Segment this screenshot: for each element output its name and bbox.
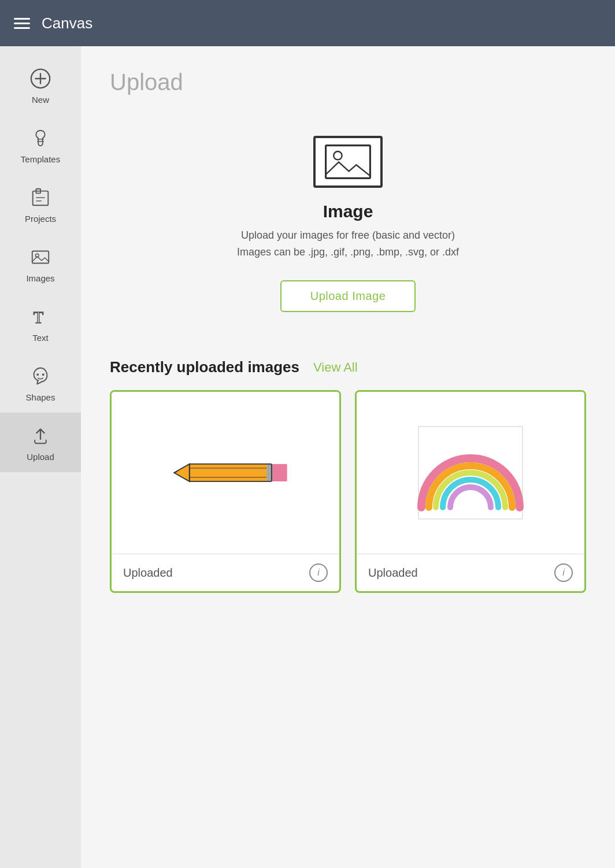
app-title: Canvas — [42, 14, 92, 32]
layout: New Templates P — [0, 46, 615, 868]
image-card-pencil: Uploaded i — [110, 390, 341, 593]
svg-point-13 — [42, 373, 45, 376]
svg-text:T: T — [34, 309, 43, 327]
main-content: Upload Image Upload your images for free… — [81, 46, 615, 868]
svg-point-12 — [36, 373, 39, 376]
card-image-rainbow — [357, 392, 584, 554]
projects-icon — [28, 185, 53, 210]
sidebar-item-new[interactable]: New — [0, 55, 81, 115]
menu-icon[interactable] — [14, 18, 30, 29]
images-icon — [28, 244, 53, 270]
sidebar-item-templates-label: Templates — [21, 154, 60, 164]
upload-icon — [28, 423, 53, 448]
upload-image-button[interactable]: Upload Image — [280, 280, 416, 312]
image-cards-grid: Uploaded i — [110, 390, 586, 593]
sidebar-item-upload[interactable]: Upload — [0, 413, 81, 472]
recently-uploaded-section: Recently uploaded images View All — [110, 358, 586, 593]
sidebar-item-text[interactable]: T Text — [0, 294, 81, 353]
card-footer-pencil: Uploaded i — [112, 554, 339, 591]
card-label-pencil: Uploaded — [123, 566, 173, 580]
upload-desc2: Images can be .jpg, .gif, .png, .bmp, .s… — [237, 246, 459, 258]
upload-desc1: Upload your images for free (basic and v… — [241, 229, 455, 242]
sidebar-item-images[interactable]: Images — [0, 234, 81, 294]
sidebar-item-images-label: Images — [26, 273, 54, 283]
upload-section: Image Upload your images for free (basic… — [110, 118, 586, 329]
info-icon-pencil[interactable]: i — [309, 563, 328, 582]
card-image-pencil — [112, 392, 339, 554]
card-label-rainbow: Uploaded — [368, 566, 418, 580]
upload-heading: Image — [323, 202, 373, 221]
view-all-link[interactable]: View All — [313, 360, 358, 375]
sidebar: New Templates P — [0, 46, 81, 868]
image-card-rainbow: Uploaded i — [355, 390, 586, 593]
header: Canvas — [0, 0, 615, 46]
page-title: Upload — [110, 69, 586, 95]
text-icon: T — [28, 304, 53, 329]
info-icon-rainbow[interactable]: i — [554, 563, 573, 582]
sidebar-item-projects[interactable]: Projects — [0, 175, 81, 234]
sidebar-item-projects-label: Projects — [25, 214, 56, 224]
sidebar-item-text-label: Text — [32, 333, 49, 343]
sidebar-item-shapes-label: Shapes — [26, 392, 55, 402]
svg-rect-16 — [190, 464, 272, 481]
recently-title: Recently uploaded images — [110, 358, 299, 376]
sidebar-item-new-label: New — [32, 95, 49, 105]
sidebar-item-shapes[interactable]: Shapes — [0, 353, 81, 413]
svg-rect-14 — [326, 146, 371, 179]
shapes-icon — [28, 363, 53, 389]
svg-marker-17 — [174, 464, 190, 481]
card-footer-rainbow: Uploaded i — [357, 554, 584, 591]
svg-rect-21 — [272, 464, 287, 481]
sidebar-item-templates[interactable]: Templates — [0, 115, 81, 175]
svg-rect-9 — [32, 251, 49, 264]
new-icon — [28, 66, 53, 91]
recently-header: Recently uploaded images View All — [110, 358, 586, 376]
templates-icon — [28, 125, 53, 151]
image-placeholder-icon — [313, 136, 383, 188]
sidebar-item-upload-label: Upload — [27, 452, 54, 462]
